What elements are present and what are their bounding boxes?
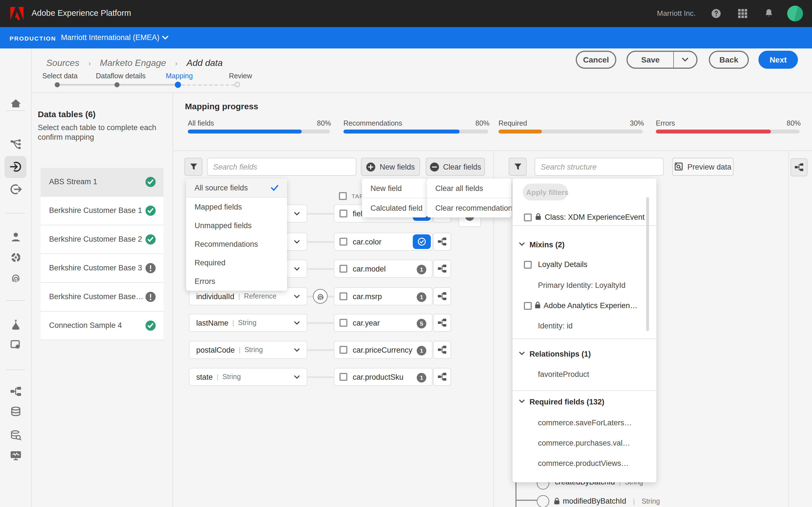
mixin-checkbox[interactable] bbox=[524, 302, 531, 309]
save-split-button[interactable]: Save bbox=[626, 51, 698, 69]
open-schema-map-icon[interactable] bbox=[433, 260, 451, 278]
save-dropdown-chevron[interactable] bbox=[674, 57, 696, 62]
table-row[interactable]: Berkshire Customer Base 1 bbox=[41, 196, 163, 225]
apply-filters-button[interactable]: Apply filters bbox=[523, 184, 568, 201]
relationships-section-title[interactable]: Relationships (1) bbox=[529, 350, 591, 358]
source-field-box[interactable]: postalCode | String bbox=[189, 341, 307, 359]
menu-item-new-field[interactable]: New field bbox=[362, 179, 427, 198]
menu-item-unmapped-fields[interactable]: Unmapped fields bbox=[186, 216, 287, 235]
schemas-icon[interactable] bbox=[10, 385, 22, 398]
menu-item-calculated-field[interactable]: Calculated field bbox=[362, 198, 427, 217]
recommendation-count-badge[interactable]: 1 bbox=[417, 265, 426, 274]
source-filter-button[interactable] bbox=[185, 158, 202, 176]
table-row[interactable]: Berkshire Customer Base 2 bbox=[41, 225, 163, 254]
step-review[interactable]: Review bbox=[229, 72, 252, 80]
recommendation-count-badge[interactable]: 5 bbox=[417, 319, 426, 328]
class-checkbox[interactable] bbox=[524, 214, 531, 221]
chevron-down-icon[interactable] bbox=[294, 348, 300, 352]
new-fields-button[interactable]: New fields bbox=[361, 158, 420, 176]
row-checkbox[interactable] bbox=[340, 373, 347, 381]
queries-icon[interactable] bbox=[10, 429, 22, 442]
adobe-logo[interactable] bbox=[9, 6, 25, 21]
profiles-icon[interactable] bbox=[10, 231, 22, 243]
step-mapping[interactable]: Mapping bbox=[166, 72, 193, 80]
mixin-checkbox[interactable] bbox=[524, 261, 531, 269]
target-field-box[interactable]: car.priceCurrency 1 bbox=[334, 341, 433, 359]
open-schema-map-icon[interactable] bbox=[433, 287, 451, 305]
select-all-checkbox[interactable] bbox=[339, 192, 347, 200]
structure-filter-button[interactable] bbox=[509, 158, 527, 176]
tree-node-circle[interactable] bbox=[537, 495, 549, 507]
recommendation-count-badge[interactable]: 1 bbox=[417, 292, 426, 302]
experiments-icon[interactable] bbox=[10, 318, 22, 331]
row-checkbox[interactable] bbox=[340, 210, 347, 217]
breadcrumb-sources[interactable]: Sources bbox=[46, 58, 79, 68]
menu-item-all-source-fields[interactable]: All source fields bbox=[186, 179, 287, 198]
monitoring-icon[interactable] bbox=[10, 450, 22, 462]
data-flows-icon[interactable] bbox=[10, 138, 22, 151]
save-button[interactable]: Save bbox=[627, 55, 673, 64]
target-field-box[interactable]: car.productSku 1 bbox=[334, 368, 433, 386]
services-icon[interactable] bbox=[10, 339, 22, 351]
source-field-box[interactable]: lastName | String bbox=[189, 314, 307, 332]
search-structure-input[interactable] bbox=[535, 158, 664, 176]
table-row[interactable]: Berkshire Customer Base 3 bbox=[41, 254, 163, 283]
avatar[interactable] bbox=[787, 6, 803, 21]
target-field-box[interactable]: car.year 5 bbox=[334, 314, 433, 332]
help-icon[interactable] bbox=[711, 8, 721, 18]
home-icon[interactable] bbox=[10, 98, 22, 110]
target-field-box[interactable]: car.model 1 bbox=[334, 260, 433, 278]
chevron-down-icon[interactable] bbox=[519, 242, 525, 246]
chevron-down-icon[interactable] bbox=[519, 351, 525, 355]
recommendation-count-badge[interactable]: 1 bbox=[417, 346, 426, 355]
bell-icon[interactable] bbox=[763, 8, 774, 19]
row-checkbox[interactable] bbox=[340, 238, 347, 245]
row-checkbox[interactable] bbox=[340, 319, 347, 327]
row-checkbox[interactable] bbox=[340, 265, 347, 273]
cancel-button[interactable]: Cancel bbox=[576, 51, 616, 69]
row-checkbox[interactable] bbox=[340, 346, 347, 354]
preview-data-button[interactable]: Preview data bbox=[672, 158, 733, 176]
org-switcher[interactable]: Marriott International (EMEA) bbox=[61, 33, 160, 42]
chevron-down-icon[interactable] bbox=[294, 212, 300, 216]
open-schema-map-icon[interactable] bbox=[433, 233, 451, 251]
menu-item-mapped-fields[interactable]: Mapped fields bbox=[186, 198, 287, 216]
open-schema-map-icon[interactable] bbox=[433, 368, 451, 386]
popover-scrollbar[interactable] bbox=[646, 197, 649, 331]
menu-item-recommendations[interactable]: Recommendations bbox=[186, 235, 287, 253]
menu-item-clear-recommendations[interactable]: Clear recommendations bbox=[427, 198, 511, 217]
target-field-box[interactable]: car.color bbox=[334, 233, 433, 251]
chevron-down-icon[interactable] bbox=[519, 399, 525, 403]
menu-item-errors[interactable]: Errors bbox=[186, 272, 287, 291]
chevron-down-icon[interactable] bbox=[294, 321, 300, 325]
open-schema-map-icon[interactable] bbox=[433, 314, 451, 332]
segments-icon[interactable] bbox=[10, 251, 22, 264]
schema-view-toggle-icon[interactable] bbox=[791, 158, 808, 176]
datasets-icon[interactable] bbox=[10, 406, 22, 418]
source-field-box[interactable]: state | String bbox=[189, 368, 307, 386]
identities-icon[interactable] bbox=[10, 272, 22, 284]
apps-grid-icon[interactable] bbox=[738, 8, 748, 18]
recommendation-count-badge[interactable]: 1 bbox=[417, 373, 426, 382]
row-checkbox[interactable] bbox=[340, 293, 347, 300]
search-fields-input[interactable] bbox=[207, 158, 356, 176]
destinations-icon[interactable] bbox=[10, 183, 22, 195]
chevron-down-icon[interactable] bbox=[162, 36, 168, 40]
mixins-section-title[interactable]: Mixins (2) bbox=[529, 240, 565, 249]
chevron-down-icon[interactable] bbox=[294, 267, 300, 271]
sources-icon[interactable] bbox=[10, 161, 22, 173]
chevron-down-icon[interactable] bbox=[294, 240, 300, 244]
table-row[interactable]: Berkshire Customer Base… bbox=[41, 283, 163, 312]
table-row[interactable]: Connection Sample 4 bbox=[41, 312, 163, 340]
open-schema-map-icon[interactable] bbox=[433, 341, 451, 359]
target-field-box[interactable]: car.msrp 1 bbox=[334, 287, 433, 305]
back-button[interactable]: Back bbox=[709, 51, 749, 69]
breadcrumb-marketo-engage[interactable]: Marketo Engage bbox=[100, 58, 166, 68]
table-row[interactable]: ABS Stream 1 bbox=[41, 168, 163, 196]
next-button[interactable]: Next bbox=[758, 51, 798, 69]
menu-item-clear-all-fields[interactable]: Clear all fields bbox=[427, 179, 511, 198]
recommendation-approved-badge[interactable] bbox=[413, 234, 431, 249]
required-fields-section-title[interactable]: Required fields (132) bbox=[529, 398, 605, 406]
step-dataflow-details[interactable]: Dataflow details bbox=[96, 72, 146, 80]
clear-fields-button[interactable]: Clear fields bbox=[426, 158, 485, 176]
